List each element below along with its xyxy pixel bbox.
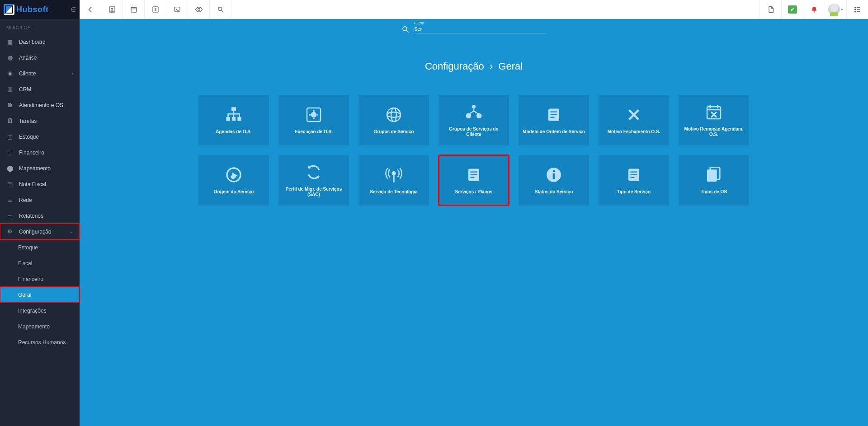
- tile-grupos-de-servi-o[interactable]: Grupos de Serviço: [359, 95, 429, 145]
- sidebar-item-configura-o[interactable]: ⚙Configuração⌄: [0, 224, 80, 239]
- sidebar-item-tarefas[interactable]: 🗓Tarefas: [0, 113, 80, 129]
- doc-icon: [545, 106, 563, 124]
- sidebar-item-relat-rios[interactable]: ▭Relatórios: [0, 208, 80, 224]
- topbar-person-button[interactable]: [101, 0, 123, 19]
- sidebar-item-dashboard[interactable]: ▦Dashboard: [0, 34, 80, 50]
- chevron-down-icon: ▾: [841, 7, 843, 12]
- sidebar: Hubsoft ∈ MÓDULOS ▦Dashboard◍Análise▣Cli…: [0, 0, 80, 426]
- sidebar-subitem-fiscal[interactable]: Fiscal: [0, 255, 80, 271]
- search-icon: [217, 6, 224, 13]
- tile-label: Perfil de Migr. de Serviços (SAC): [282, 187, 345, 197]
- money-icon: ⬚: [6, 149, 14, 156]
- filter-wrap: Filtrar: [401, 24, 546, 33]
- sidebar-item-estoque[interactable]: ◫Estoque: [0, 129, 80, 145]
- tile-label: Grupos de Serviços do Cliente: [442, 126, 505, 137]
- breadcrumb-sep-icon: ›: [490, 61, 493, 72]
- svg-point-33: [387, 112, 401, 117]
- doc-icon: [625, 166, 643, 184]
- topbar-check-button[interactable]: ✔: [781, 0, 803, 19]
- topbar-pdf-button[interactable]: [760, 0, 781, 19]
- tile-status-do-servi-o[interactable]: Status do Serviço: [519, 155, 589, 206]
- sidebar-subitem-integra-es[interactable]: Integrações: [0, 303, 80, 318]
- globe-icon: ◍: [6, 54, 14, 61]
- pdf-icon: [767, 6, 774, 13]
- svg-rect-62: [631, 174, 637, 175]
- svg-point-34: [391, 108, 396, 122]
- sidebar-item-label: Mapeamento: [19, 165, 51, 172]
- topbar-bell-button[interactable]: [803, 0, 825, 19]
- brand-area: Hubsoft ∈: [0, 0, 80, 19]
- tile-servi-o-de-tecnologia[interactable]: Serviço de Tecnologia: [359, 155, 429, 206]
- person-icon: [108, 6, 116, 13]
- svg-line-21: [406, 30, 409, 33]
- sidebar-item-an-lise[interactable]: ◍Análise: [0, 50, 80, 66]
- tile-grupos-de-servi-os-do-cliente[interactable]: Grupos de Serviços do Cliente: [439, 95, 509, 145]
- tile-servi-os-planos[interactable]: Serviços / Planos: [439, 155, 509, 206]
- svg-point-36: [466, 113, 472, 119]
- sidebar-item-label: Tarefas: [19, 118, 37, 124]
- tile-execu-o-de-o-s[interactable]: Execução de O.S.: [278, 95, 349, 145]
- topbar-eye-button[interactable]: [188, 0, 210, 19]
- svg-rect-41: [551, 117, 555, 118]
- sidebar-subitem-geral[interactable]: Geral: [0, 287, 80, 303]
- topbar-dollar-button[interactable]: $: [145, 0, 166, 19]
- breadcrumb-root: Configuração: [425, 61, 484, 72]
- tile-agendas-de-o-s[interactable]: Agendas de O.S.: [198, 95, 269, 145]
- sidebar-item-cliente[interactable]: ▣Cliente›: [0, 66, 80, 81]
- terminal-icon: [174, 6, 181, 13]
- eye-icon: [195, 5, 203, 14]
- sidebar-subitem-mapeamento[interactable]: Mapeamento: [0, 318, 80, 334]
- topbar-calendar-button[interactable]: [123, 0, 145, 19]
- topbar-avatar-button[interactable]: ▾: [825, 0, 846, 19]
- svg-point-51: [392, 172, 396, 175]
- sidebar-subitem-financeiro[interactable]: Financeiro: [0, 271, 80, 287]
- sidebar-item-mapeamento[interactable]: ⬤Mapeamento: [0, 160, 80, 176]
- tile-label: Modelo de Ordem de Serviço: [523, 129, 585, 135]
- calendar-icon: 🗓: [6, 117, 14, 125]
- sidebar-collapse-icon[interactable]: ∈: [71, 6, 76, 13]
- breadcrumb-leaf: Geral: [498, 61, 523, 72]
- svg-rect-40: [551, 114, 557, 115]
- tile-label: Origem do Serviço: [214, 189, 254, 195]
- tile-motivo-remo-o-agendam-o-s[interactable]: Motivo Remoção Agendam. O.S.: [679, 95, 749, 145]
- tile-perfil-de-migr-de-servi-os-sac[interactable]: Perfil de Migr. de Serviços (SAC): [278, 155, 349, 206]
- chevron-down-icon: ⌄: [70, 229, 73, 234]
- sidebar-item-atendimento-e-os[interactable]: 🗎Atendimento e OS: [0, 97, 80, 113]
- topbar-terminal-button[interactable]: [166, 0, 188, 19]
- main-area: $ ✔▾ Filtrar Configuração › Geral Agenda…: [80, 0, 868, 426]
- filter-input[interactable]: [414, 25, 546, 33]
- sidebar-item-label: CRM: [19, 86, 31, 93]
- topbar-search-button[interactable]: [210, 0, 231, 19]
- tile-modelo-de-ordem-de-servi-o[interactable]: Modelo de Ordem de Serviço: [519, 95, 589, 145]
- bars-icon: ≣: [6, 197, 14, 204]
- svg-rect-63: [631, 177, 635, 178]
- svg-point-58: [553, 170, 555, 173]
- sidebar-item-financeiro[interactable]: ⬚Financeiro: [0, 145, 80, 160]
- svg-point-14: [854, 7, 855, 8]
- tile-tipos-de-os[interactable]: Tipos de OS: [679, 155, 749, 206]
- svg-rect-25: [237, 117, 241, 121]
- breadcrumb: Configuração › Geral: [80, 61, 868, 72]
- avatar-icon: [828, 4, 840, 15]
- topbar-list-button[interactable]: [846, 0, 868, 19]
- sidebar-item-nota-fiscal[interactable]: ▤Nota Fiscal: [0, 176, 80, 192]
- svg-rect-24: [232, 117, 236, 121]
- sidebar-subitem-recursos-humanos[interactable]: Recursos Humanos: [0, 334, 80, 350]
- svg-point-13: [813, 11, 815, 13]
- svg-text:$: $: [154, 7, 156, 12]
- tile-tipo-de-servi-o[interactable]: Tipo de Serviço: [599, 155, 669, 206]
- content-area: Filtrar Configuração › Geral Agendas de …: [80, 19, 868, 426]
- topbar-back-button[interactable]: [80, 0, 101, 19]
- dashboard-icon: ▦: [6, 38, 14, 46]
- sidebar-item-crm[interactable]: ▥CRM: [0, 81, 80, 97]
- tile-label: Serviços / Planos: [455, 189, 493, 195]
- tile-label: Tipos de OS: [701, 189, 727, 195]
- sidebar-subitem-estoque[interactable]: Estoque: [0, 239, 80, 255]
- tile-motivo-fechamento-o-s[interactable]: Motivo Fechamento O.S.: [599, 95, 669, 145]
- sidebar-item-rede[interactable]: ≣Rede: [0, 192, 80, 208]
- sidebar-item-label: Análise: [19, 55, 37, 61]
- svg-point-10: [198, 8, 200, 10]
- gearbox-icon: [305, 106, 323, 124]
- sidebar-item-label: Atendimento e OS: [19, 102, 63, 108]
- tile-origem-do-servi-o[interactable]: Origem do Serviço: [198, 155, 269, 206]
